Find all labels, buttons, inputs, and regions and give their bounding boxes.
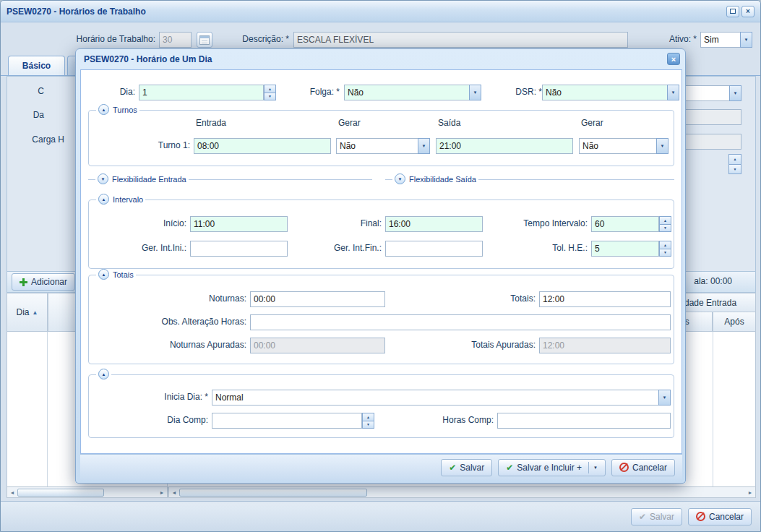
spin-down-icon: ▼	[663, 250, 667, 254]
noturnas-apuradas-field	[250, 338, 385, 353]
chevron-down-icon[interactable]: ▼	[469, 85, 481, 100]
spin-up-button[interactable]: ▲	[728, 154, 741, 165]
horas-comp-input[interactable]	[497, 413, 671, 429]
scroll-left-icon[interactable]: ◄	[7, 490, 17, 495]
tab-basico-label: Básico	[22, 61, 51, 71]
inicia-dia-combo[interactable]: Normal ▼	[212, 390, 671, 406]
chevron-down-icon[interactable]: ▼	[667, 85, 679, 100]
final-input[interactable]	[385, 216, 483, 232]
expand-toggle-button[interactable]: ▼	[98, 173, 108, 184]
flexibilidade-saida-legend: ▼ Flexibilidade Saída	[392, 173, 478, 184]
turno1-saida-input[interactable]	[436, 138, 573, 154]
grid-column-divider	[713, 332, 713, 486]
dia-comp-label: Dia Comp:	[114, 415, 208, 425]
folga-combo[interactable]: Não ▼	[344, 85, 481, 100]
dialog-cancelar-button[interactable]: Cancelar	[611, 459, 675, 476]
collapse-toggle-button[interactable]: ▲	[98, 104, 109, 115]
tempo-intervalo-input[interactable]	[591, 216, 659, 232]
spin-down-button[interactable]: ▼	[362, 421, 374, 429]
turno1-gerar-entrada-combo[interactable]: Não ▼	[336, 138, 430, 154]
turno1-entrada-input[interactable]	[194, 138, 331, 154]
tol-he-spinner[interactable]: ▲ ▼	[591, 241, 671, 257]
collapse-up-icon: ▲	[102, 273, 106, 277]
scroll-right-icon[interactable]: ►	[157, 490, 167, 495]
collapse-toggle-button[interactable]: ▲	[98, 194, 109, 205]
turnos-fieldset: ▲ Turnos Entrada Gerar Saída Gerar Turno…	[88, 110, 674, 166]
dialog-cancelar-label: Cancelar	[632, 463, 667, 473]
spin-up-button[interactable]: ▲	[659, 216, 671, 225]
scroll-left-icon[interactable]: ◄	[169, 490, 179, 495]
collapse-toggle-button[interactable]: ▲	[98, 369, 109, 379]
locked-grid-hscrollbar[interactable]: ◄ ►	[7, 486, 168, 498]
dialog-salvar-incluir-button[interactable]: ✔ Salvar e Incluir + ▼	[498, 459, 606, 476]
totais-legend: ▲ Totais	[96, 269, 136, 280]
tempo-intervalo-spinner[interactable]: ▲ ▼	[591, 216, 671, 232]
combo-arrow-icon: ▼	[663, 395, 667, 400]
scroll-right-icon[interactable]: ►	[745, 490, 755, 495]
chevron-down-icon[interactable]: ▼	[729, 85, 741, 101]
scrollbar-thumb[interactable]	[179, 489, 367, 497]
dsr-combo-value: Não	[542, 85, 667, 100]
spin-up-button[interactable]: ▲	[659, 241, 671, 249]
dia-comp-input[interactable]	[212, 413, 362, 429]
spin-down-button[interactable]: ▼	[264, 93, 276, 101]
window-cancelar-button[interactable]: Cancelar	[688, 508, 752, 525]
lookup-button[interactable]	[197, 32, 212, 48]
spin-down-icon: ▼	[734, 167, 737, 171]
tab-basico[interactable]: Básico	[8, 56, 65, 75]
turno1-label: Turno 1:	[111, 140, 190, 150]
chevron-down-icon[interactable]: ▼	[418, 138, 430, 154]
chevron-down-icon[interactable]: ▼	[740, 32, 752, 48]
tol-he-input[interactable]	[591, 241, 659, 257]
inicio-input[interactable]	[190, 216, 288, 232]
dialog-salvar-button[interactable]: ✔ Salvar	[441, 459, 492, 476]
ger-int-fin-input[interactable]	[385, 241, 483, 257]
dsr-combo[interactable]: Não ▼	[542, 85, 679, 100]
noturnas-input[interactable]	[250, 291, 385, 307]
inicia-legend: ▲	[96, 369, 111, 379]
ger-int-fin-label: Ger. Int.Fin.:	[309, 243, 382, 253]
horario-trabalho-label: Horário de Trabalho:	[14, 34, 155, 44]
app-window: PSEW0270 - Horários de Trabalho × Horári…	[0, 0, 761, 532]
collapse-toggle-button[interactable]: ▲	[98, 269, 109, 280]
spin-down-button[interactable]: ▼	[659, 225, 671, 233]
split-dropdown-button[interactable]: ▼	[588, 462, 598, 473]
grid-header-dia[interactable]: Dia ▲	[7, 293, 48, 332]
dia-spinner[interactable]: ▲ ▼	[139, 85, 276, 100]
obs-alteracao-input[interactable]	[250, 314, 671, 330]
chevron-down-icon[interactable]: ▼	[656, 138, 668, 154]
final-label: Final:	[309, 218, 382, 228]
maximize-icon	[730, 9, 736, 14]
dialog-footer: ✔ Salvar ✔ Salvar e Incluir + ▼ Cancelar	[80, 454, 682, 480]
grid-header-apos[interactable]: Após	[713, 312, 756, 332]
dialog-close-button[interactable]: ×	[667, 53, 680, 65]
adicionar-button[interactable]: Adicionar	[12, 273, 75, 291]
dia-comp-spinner[interactable]: ▲ ▼	[212, 413, 374, 429]
totais-input[interactable]	[539, 291, 671, 307]
spin-up-icon: ▲	[663, 243, 667, 247]
horas-comp-label: Horas Comp:	[396, 415, 494, 425]
window-close-button[interactable]: ×	[741, 6, 754, 17]
flexibilidade-saida-label: Flexibilidade Saída	[409, 175, 476, 184]
maximize-button[interactable]	[726, 6, 739, 17]
spin-up-button[interactable]: ▲	[264, 85, 276, 93]
scrollbar-thumb[interactable]	[17, 489, 104, 497]
window-salvar-label: Salvar	[650, 512, 674, 522]
window-cancelar-label: Cancelar	[709, 512, 744, 522]
bg-spinner[interactable]: ▲ ▼	[728, 154, 741, 174]
spin-down-button[interactable]: ▼	[728, 165, 741, 175]
expand-toggle-button[interactable]: ▼	[395, 173, 405, 184]
spin-down-button[interactable]: ▼	[659, 249, 671, 257]
ger-int-ini-input[interactable]	[190, 241, 288, 257]
main-grid-hscrollbar[interactable]: ◄ ►	[168, 486, 756, 498]
intervalo-legend: ▲ Intervalo	[96, 194, 145, 205]
turno1-gerar-saida-combo[interactable]: Não ▼	[579, 138, 668, 154]
collapse-down-icon: ▼	[101, 177, 106, 181]
flexibilidade-entrada-fieldset: ▼ Flexibilidade Entrada	[88, 179, 372, 180]
chevron-down-icon[interactable]: ▼	[658, 390, 671, 406]
dia-input[interactable]	[139, 85, 264, 100]
spin-up-button[interactable]: ▲	[362, 413, 374, 421]
window-footer: ✔ Salvar Cancelar	[1, 501, 760, 531]
ativo-combo[interactable]: Sim ▼	[700, 32, 752, 48]
grid-column-divider	[47, 332, 48, 486]
